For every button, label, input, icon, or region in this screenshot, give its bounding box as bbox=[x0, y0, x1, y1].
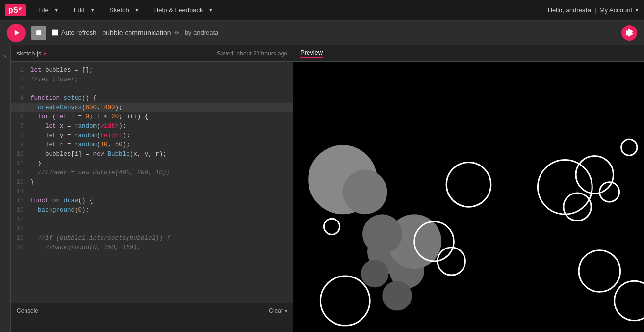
nav-file[interactable]: File ▼ bbox=[34, 4, 67, 17]
toolbar-right bbox=[621, 25, 637, 41]
code-line-10: 10 bubbles[i] = new Bubble(x, y, r); bbox=[11, 150, 293, 159]
console-header: Console Clear ▾ bbox=[11, 303, 293, 319]
code-line-17: 17 bbox=[11, 215, 293, 224]
code-line-11: 11 } bbox=[11, 159, 293, 168]
auto-refresh-text: Auto-refresh bbox=[61, 29, 97, 36]
sketch-name-display: bubble communication ✏ bbox=[103, 29, 179, 37]
main-area: › sketch.js• Saved: about 23 hours ago 1… bbox=[0, 45, 644, 332]
svg-point-16 bbox=[621, 139, 637, 155]
code-line-9: 9 let r = random(10, 50); bbox=[11, 140, 293, 150]
code-line-6: 6 for (let i = 0; i < 20; i++) { bbox=[11, 112, 293, 122]
saved-status: Saved: about 23 hours ago bbox=[217, 50, 287, 57]
preview-panel: Preview bbox=[293, 45, 644, 332]
code-line-13: 13 } bbox=[11, 178, 293, 187]
account-chevron: ▼ bbox=[635, 8, 639, 13]
svg-point-19 bbox=[320, 276, 370, 326]
canvas-area bbox=[293, 62, 644, 332]
play-button[interactable] bbox=[7, 24, 26, 42]
svg-point-20 bbox=[579, 250, 620, 292]
svg-marker-0 bbox=[15, 30, 20, 35]
navbar: p5* File ▼ Edit ▼ Sketch ▼ Help & Feedba… bbox=[0, 0, 644, 21]
code-line-16: 16 background(0); bbox=[11, 206, 293, 215]
svg-point-12 bbox=[538, 160, 592, 214]
code-line-2: 2 //let flower; bbox=[11, 75, 293, 84]
preview-label: Preview bbox=[300, 49, 323, 58]
code-line-1: 1 let bubbles = []; bbox=[11, 66, 293, 75]
sketch-author: by andreata bbox=[185, 29, 219, 36]
preview-tab: Preview bbox=[293, 45, 644, 62]
svg-point-21 bbox=[615, 281, 644, 321]
code-line-7: 7 let x = random(width); bbox=[11, 122, 293, 131]
user-greeting: Hello, andreata! bbox=[548, 6, 593, 14]
preview-canvas bbox=[293, 62, 644, 332]
modified-indicator: • bbox=[44, 50, 47, 57]
code-line-18: 18 bbox=[11, 224, 293, 234]
stop-button[interactable] bbox=[31, 26, 46, 40]
editor-tab-sketch[interactable]: sketch.js• bbox=[17, 50, 46, 57]
code-line-19: 19 //if (bubble1.intersects(bubble2)) { bbox=[11, 234, 293, 243]
code-line-15: 15 function draw() { bbox=[11, 196, 293, 206]
clear-button[interactable]: Clear ▾ bbox=[269, 307, 287, 314]
sketch-title: bubble communication bbox=[103, 29, 171, 37]
auto-refresh-checkbox[interactable] bbox=[52, 29, 58, 36]
console-label: Console bbox=[17, 307, 38, 314]
svg-point-6 bbox=[362, 214, 402, 254]
console-panel: Console Clear ▾ bbox=[11, 303, 293, 332]
code-editor[interactable]: 1 let bubbles = []; 2 //let flower; 3 4 … bbox=[11, 62, 293, 303]
code-line-5: 5 createCanvas(600, 400); bbox=[11, 103, 293, 112]
toolbar: Auto-refresh bubble communication ✏ by a… bbox=[0, 21, 644, 45]
editor-tabs: sketch.js• Saved: about 23 hours ago bbox=[11, 45, 293, 62]
svg-point-7 bbox=[382, 281, 412, 310]
nav-sketch[interactable]: Sketch ▼ bbox=[105, 4, 147, 17]
nav-right: Hello, andreata! | My Account ▼ bbox=[548, 6, 639, 14]
code-line-3: 3 bbox=[11, 84, 293, 94]
code-line-8: 8 let y = random(height); bbox=[11, 131, 293, 140]
svg-point-13 bbox=[576, 156, 614, 194]
nav-edit[interactable]: Edit ▼ bbox=[70, 4, 103, 17]
sidebar-toggle[interactable]: › bbox=[0, 45, 11, 332]
svg-point-10 bbox=[324, 219, 339, 234]
code-line-20: 20 //background(0, 150, 150); bbox=[11, 243, 293, 252]
nav-help[interactable]: Help & Feedback ▼ bbox=[150, 4, 221, 17]
logo[interactable]: p5* bbox=[5, 4, 26, 16]
my-account-link[interactable]: My Account bbox=[599, 6, 632, 14]
svg-rect-1 bbox=[36, 30, 41, 35]
auto-refresh-label: Auto-refresh bbox=[52, 29, 97, 36]
svg-point-14 bbox=[564, 193, 591, 221]
nav-menu: File ▼ Edit ▼ Sketch ▼ Help & Feedback ▼ bbox=[34, 4, 221, 17]
code-line-12: 12 //flower = new Bubble(400, 200, 10); bbox=[11, 168, 293, 178]
settings-button[interactable] bbox=[621, 25, 637, 41]
code-line-14: 14 bbox=[11, 187, 293, 196]
edit-sketch-name-icon[interactable]: ✏ bbox=[174, 29, 179, 36]
chevron-down-icon: ▾ bbox=[285, 308, 287, 314]
editor-panel: sketch.js• Saved: about 23 hours ago 1 l… bbox=[11, 45, 293, 332]
editor-filename: sketch.js bbox=[17, 50, 42, 57]
svg-point-4 bbox=[361, 260, 388, 287]
svg-point-9 bbox=[343, 170, 387, 215]
svg-point-11 bbox=[446, 163, 491, 207]
code-line-4: 4 function setup() { bbox=[11, 94, 293, 103]
